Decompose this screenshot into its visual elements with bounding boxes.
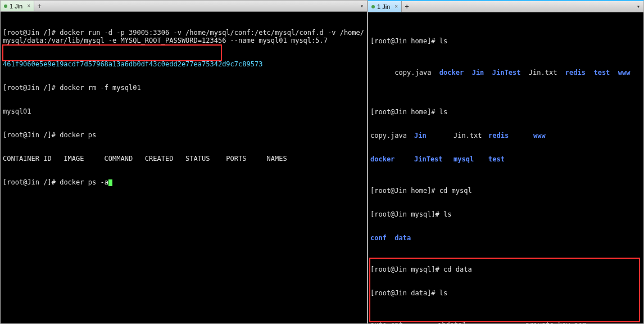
status-dot-icon: [371, 5, 375, 8]
terminal-pane-right: 1 Jin × + ▾ [root@Jin home]# ls copy.jav…: [368, 0, 644, 324]
new-tab-button[interactable]: +: [402, 1, 412, 12]
tab-right[interactable]: 1 Jin ×: [368, 1, 402, 12]
new-tab-button[interactable]: +: [34, 1, 44, 11]
status-dot-icon: [4, 4, 7, 8]
close-icon[interactable]: ×: [27, 3, 30, 9]
terminal-left[interactable]: [root@Jin /]# docker run -d -p 39005:330…: [1, 12, 367, 323]
tab-bar-right: 1 Jin × + ▾: [368, 1, 643, 12]
close-icon[interactable]: ×: [394, 3, 398, 10]
tab-bar-left: 1 Jin × + ▾: [1, 1, 367, 12]
terminal-pane-left: 1 Jin × + ▾ [root@Jin /]# docker run -d …: [0, 0, 368, 324]
terminal-right[interactable]: [root@Jin home]# ls copy.java docker Jin…: [368, 12, 643, 323]
tab-menu-button[interactable]: ▾: [357, 1, 367, 11]
tab-left[interactable]: 1 Jin ×: [1, 1, 34, 11]
tab-label: 1 Jin: [377, 3, 390, 10]
cursor-icon: [108, 179, 112, 186]
tab-label: 1 Jin: [10, 3, 22, 10]
tab-menu-button[interactable]: ▾: [633, 1, 643, 12]
highlight-box-left: [2, 44, 222, 61]
